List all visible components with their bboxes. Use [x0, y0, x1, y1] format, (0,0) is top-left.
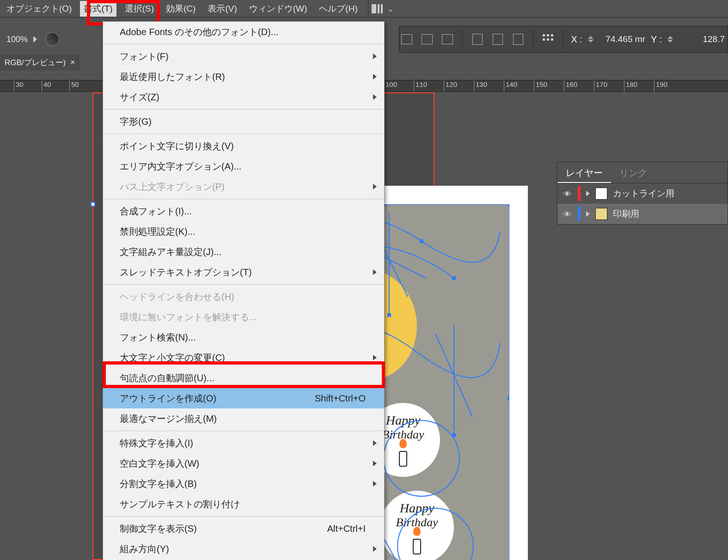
menu-item[interactable]: 空白文字を挿入(W)	[103, 453, 384, 474]
menu-item[interactable]: 合成フォント(I)...	[103, 201, 384, 221]
layers-panel: レイヤー リンク カットライン用印刷用	[557, 162, 728, 225]
menu-item[interactable]: Adobe Fonts のその他のフォント(D)...	[103, 22, 384, 42]
document-tab-label: RGB/プレビュー)	[5, 57, 66, 68]
menu-item[interactable]: 制御文字を表示(S)Alt+Ctrl+I	[103, 518, 384, 539]
menubar: オブジェクト(O) 書式(T) 選択(S) 効果(C) 表示(V) ウィンドウ(…	[0, 0, 728, 18]
menu-type[interactable]: 書式(T)	[80, 1, 116, 17]
layer-row[interactable]: 印刷用	[557, 204, 728, 224]
menu-separator	[103, 431, 384, 431]
menu-item-label: 最適なマージン揃え(M)	[120, 412, 217, 425]
chevron-right-icon[interactable]	[586, 191, 590, 196]
ruler-tick: 100	[384, 80, 397, 91]
menu-item[interactable]: ポイント文字に切り換え(V)	[103, 136, 384, 156]
menu-item-label: 文字組みアキ量設定(J)...	[120, 245, 221, 258]
layer-color-icon	[578, 207, 581, 221]
workspace-switcher-icon[interactable]	[370, 1, 385, 16]
y-label: Y :	[651, 34, 662, 45]
menu-select[interactable]: 選択(S)	[121, 1, 158, 17]
svg-rect-27	[452, 433, 456, 437]
menu-help[interactable]: ヘルプ(H)	[315, 1, 361, 17]
x-label: X :	[571, 34, 582, 45]
x-value[interactable]: 74.465 mr	[599, 34, 645, 44]
svg-rect-2	[381, 4, 383, 13]
menu-item[interactable]: 句読点の自動調節(U)...	[103, 368, 384, 388]
menu-item-label: 大文字と小文字の変更(C)	[120, 351, 225, 364]
visibility-icon[interactable]	[562, 209, 572, 219]
y-value[interactable]: 128.7	[679, 34, 725, 44]
valign-top-icon[interactable]	[470, 32, 485, 47]
menu-effect[interactable]: 効果(C)	[162, 1, 199, 17]
svg-rect-25	[452, 276, 456, 280]
svg-rect-5	[551, 34, 553, 37]
menu-item[interactable]: 文字組みアキ量設定(J)...	[103, 242, 384, 262]
ruler-tick: 170	[594, 80, 607, 91]
zoom-stepper-icon[interactable]	[33, 36, 37, 43]
menu-item[interactable]: スレッドテキストオプション(T)	[103, 262, 384, 282]
menu-window[interactable]: ウィンドウ(W)	[245, 1, 311, 17]
zoom-value[interactable]: 100%	[6, 35, 28, 44]
menu-item[interactable]: フォント検索(N)...	[103, 327, 384, 347]
menu-item-label: フォント検索(N)...	[120, 331, 196, 344]
menu-item[interactable]: エリア内文字オプション(A)...	[103, 156, 384, 177]
menu-view[interactable]: 表示(V)	[204, 1, 240, 17]
svg-point-30	[566, 213, 569, 215]
svg-rect-7	[547, 38, 549, 41]
menu-item[interactable]: 字形(G)	[103, 111, 384, 132]
valign-bottom-icon[interactable]	[511, 32, 526, 47]
ruler-tick: 30	[14, 80, 24, 91]
ruler-tick: 160	[564, 80, 577, 91]
visibility-icon[interactable]	[562, 189, 572, 199]
menu-item[interactable]: アウトラインを作成(O)Shift+Ctrl+O	[103, 388, 384, 408]
menu-item: 環境に無いフォントを解決する...	[103, 307, 384, 327]
layer-name: カットライン用	[613, 188, 674, 200]
menu-separator	[103, 516, 384, 517]
color-swatch-icon[interactable]	[45, 32, 59, 46]
align-left-icon[interactable]	[399, 32, 414, 47]
menu-item[interactable]: 組み方向(Y)	[103, 539, 384, 559]
svg-rect-6	[543, 38, 545, 41]
layer-thumbnail	[595, 208, 607, 220]
svg-rect-3	[543, 34, 545, 37]
svg-rect-4	[547, 34, 549, 37]
menu-item[interactable]: 分割文字を挿入(B)	[103, 474, 384, 494]
menu-object[interactable]: オブジェクト(O)	[3, 1, 75, 17]
menu-item-label: 分割文字を挿入(B)	[120, 477, 197, 490]
document-tab[interactable]: RGB/プレビュー) ×	[0, 55, 80, 70]
svg-rect-16	[508, 396, 509, 400]
ruler-tick: 110	[414, 80, 427, 91]
distribute-icon[interactable]	[541, 32, 556, 47]
chevron-right-icon[interactable]	[586, 211, 590, 217]
menu-item: ヘッドラインを合わせる(H)	[103, 286, 384, 307]
menu-item[interactable]: 大文字と小文字の変更(C)	[103, 347, 384, 368]
close-icon[interactable]: ×	[70, 58, 75, 67]
menu-item-label: サイズ(Z)	[120, 91, 159, 103]
menu-item[interactable]: 特殊文字を挿入(I)	[103, 433, 384, 453]
layer-row[interactable]: カットライン用	[557, 183, 728, 204]
menu-item[interactable]: 禁則処理設定(K)...	[103, 221, 384, 242]
menu-item-label: 環境に無いフォントを解決する...	[120, 310, 257, 323]
layer-name: 印刷用	[613, 208, 639, 220]
menu-item-label: 最近使用したフォント(R)	[120, 70, 225, 83]
svg-rect-0	[372, 4, 376, 13]
menu-separator	[103, 109, 384, 110]
y-stepper[interactable]	[667, 36, 673, 43]
menu-item[interactable]: サンプルテキストの割り付け	[103, 494, 384, 514]
selection-handle[interactable]	[91, 202, 95, 207]
control-bar-right: X : 74.465 mr Y : 128.7	[399, 26, 728, 53]
menu-item-label: アウトラインを作成(O)	[120, 392, 216, 405]
align-right-icon[interactable]	[440, 32, 455, 47]
valign-middle-icon[interactable]	[490, 32, 505, 47]
menu-item[interactable]: 最適なマージン揃え(M)	[103, 408, 384, 429]
tab-links[interactable]: リンク	[611, 162, 655, 183]
menu-item-label: 句読点の自動調節(U)...	[120, 371, 214, 384]
menu-item[interactable]: サイズ(Z)	[103, 87, 384, 107]
menu-item[interactable]: フォント(F)	[103, 46, 384, 67]
menu-separator	[103, 199, 384, 199]
menu-item[interactable]: 最近使用したフォント(R)	[103, 67, 384, 87]
menu-item-label: エリア内文字オプション(A)...	[120, 160, 241, 173]
align-center-icon[interactable]	[420, 32, 434, 47]
ruler-tick: 150	[534, 80, 547, 91]
ruler-tick: 130	[474, 80, 487, 91]
x-stepper[interactable]	[588, 36, 593, 43]
tab-layers[interactable]: レイヤー	[557, 162, 611, 183]
